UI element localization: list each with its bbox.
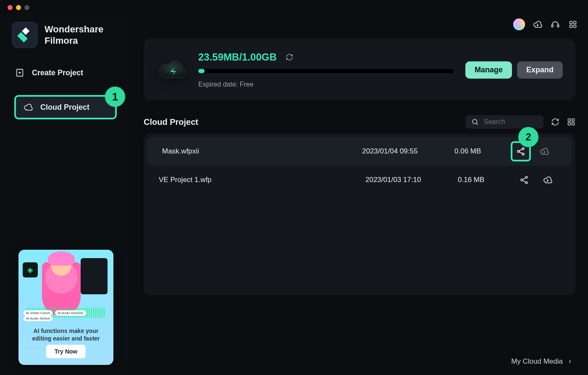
brand-text: Wondershare Filmora: [45, 24, 103, 47]
file-date: 2023/01/04 09:55: [362, 147, 454, 156]
svg-point-9: [472, 119, 477, 124]
storage-progress: [198, 69, 454, 73]
support-icon[interactable]: [550, 19, 560, 29]
promo-try-now-button[interactable]: Try Now: [46, 345, 86, 358]
refresh-icon[interactable]: [284, 52, 294, 62]
my-cloud-media-link[interactable]: My Cloud Media: [511, 357, 573, 366]
cloud-download-icon[interactable]: [533, 19, 543, 29]
file-name: Mask.wfpxii: [159, 147, 362, 156]
svg-rect-5: [570, 21, 572, 24]
minimize-window-icon[interactable]: [16, 5, 21, 10]
brand: Wondershare Filmora: [0, 19, 131, 58]
svg-rect-8: [574, 25, 576, 28]
sidebar-item-label: Create Project: [32, 69, 83, 77]
close-window-icon[interactable]: [8, 5, 13, 10]
sidebar-nav: Create Project Cloud Project 1: [0, 58, 131, 124]
svg-rect-3: [551, 25, 553, 27]
callout-badge-2: 2: [518, 127, 538, 147]
titlebar: [0, 0, 588, 15]
maximize-window-icon[interactable]: [24, 5, 29, 10]
brand-line1: Wondershare: [45, 24, 103, 35]
promo-settings-panel-icon: [81, 258, 108, 294]
expand-button[interactable]: Expand: [517, 61, 563, 79]
storage-info: 23.59MB/1.00GB Expired date: Free: [198, 51, 454, 88]
svg-rect-6: [574, 21, 576, 24]
svg-rect-11: [572, 119, 575, 121]
highlight-1: Cloud Project 1: [14, 95, 117, 119]
search-icon: [471, 118, 479, 126]
cloud-icon: [24, 103, 33, 112]
main: 23.59MB/1.00GB Expired date: Free Manage…: [131, 15, 588, 375]
sidebar-item-cloud-project[interactable]: Cloud Project: [16, 97, 115, 118]
share-button[interactable]: 2: [513, 144, 528, 159]
file-name: VE Project 1.wfp: [155, 176, 365, 184]
brand-line2: Filmora: [45, 35, 103, 47]
promo-mini-panel-icon: ◈: [23, 262, 38, 277]
file-date: 2023/01/03 17:10: [365, 176, 458, 184]
file-list: Mask.wfpxii 2023/01/04 09:55 0.06 MB 2 V…: [144, 134, 575, 295]
svg-point-17: [525, 176, 528, 178]
chevron-right-icon: [567, 359, 573, 364]
download-button[interactable]: [537, 144, 552, 159]
promo-caption: AI functions make your editing easier an…: [18, 327, 113, 342]
share-button[interactable]: [517, 172, 532, 188]
svg-rect-12: [568, 123, 571, 125]
traffic-lights: [8, 5, 29, 10]
storage-actions: Manage Expand: [465, 61, 563, 79]
avatar[interactable]: [513, 18, 525, 30]
promo-card[interactable]: ◈ AI Smart Cutout AI Audio Denoise AI Au…: [18, 250, 113, 365]
download-button[interactable]: [540, 172, 555, 188]
cloud-storage-icon: [158, 58, 186, 82]
svg-rect-13: [572, 123, 575, 125]
file-size: 0.06 MB: [454, 147, 513, 156]
file-size: 0.16 MB: [458, 176, 517, 184]
search-box[interactable]: [465, 115, 543, 129]
storage-card: 23.59MB/1.00GB Expired date: Free Manage…: [144, 39, 575, 100]
add-file-icon: [15, 68, 24, 77]
storage-usage: 23.59MB/1.00GB: [198, 51, 277, 63]
svg-rect-4: [557, 25, 559, 27]
manage-button[interactable]: Manage: [465, 61, 512, 79]
apps-grid-icon[interactable]: [568, 19, 578, 29]
table-row[interactable]: Mask.wfpxii 2023/01/04 09:55 0.06 MB 2: [147, 137, 572, 166]
svg-point-19: [525, 182, 528, 184]
storage-expiry: Expired date: Free: [198, 81, 454, 88]
svg-rect-7: [570, 25, 572, 28]
topbar: [131, 15, 588, 34]
svg-rect-0: [22, 27, 29, 35]
grid-view-icon[interactable]: [567, 118, 575, 126]
sidebar: Wondershare Filmora Create Project: [0, 15, 131, 375]
footer-link-label: My Cloud Media: [511, 357, 563, 366]
app-logo-icon: [12, 22, 38, 48]
promo-chips: AI Smart Cutout AI Audio Denoise AI Audi…: [24, 310, 88, 321]
table-row[interactable]: VE Project 1.wfp 2023/01/03 17:10 0.16 M…: [144, 166, 575, 194]
callout-badge-1: 1: [105, 87, 125, 107]
section-header: Cloud Project: [144, 115, 575, 129]
sidebar-item-create-project[interactable]: Create Project: [8, 62, 123, 83]
promo-illustration: ◈: [24, 255, 108, 318]
svg-point-18: [521, 179, 523, 181]
search-input[interactable]: [483, 118, 538, 126]
app-window: Wondershare Filmora Create Project: [0, 0, 588, 375]
svg-rect-10: [568, 119, 571, 121]
refresh-list-icon[interactable]: [551, 118, 559, 126]
section-title: Cloud Project: [144, 117, 198, 127]
sidebar-item-label: Cloud Project: [40, 103, 89, 112]
